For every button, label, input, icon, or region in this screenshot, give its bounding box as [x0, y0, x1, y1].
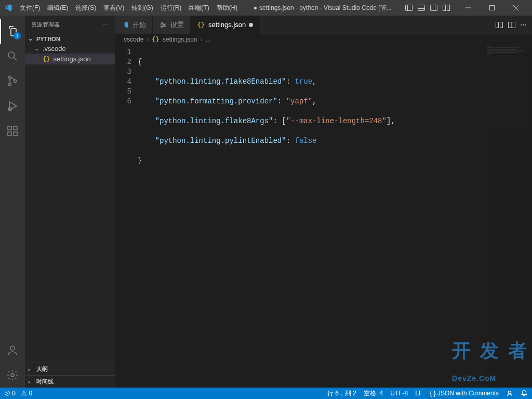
timeline-label: 时间线: [36, 378, 54, 385]
svg-rect-2: [418, 5, 425, 11]
breadcrumb-more[interactable]: ...: [206, 36, 211, 43]
status-indent[interactable]: 空格: 4: [364, 389, 383, 398]
json-file-icon: {}: [197, 21, 205, 29]
svg-rect-21: [14, 126, 17, 130]
menu-select[interactable]: 选择(S): [72, 2, 99, 15]
vscode-icon: [121, 21, 129, 29]
code-editor[interactable]: 1 2 3 4 5 6 { "python.linting.flake8Enab…: [115, 45, 532, 388]
status-problems[interactable]: 0 0: [4, 390, 32, 397]
menu-terminal[interactable]: 终端(T): [185, 2, 212, 15]
sidebar-explorer: 资源管理器 ⋯ ⌄ PYTHON ⌄ .vscode {} settings.j…: [25, 16, 115, 388]
activity-extensions-icon[interactable]: [0, 118, 25, 143]
sidebar-timeline[interactable]: › 时间线: [25, 375, 115, 388]
layout-customize-icon[interactable]: [442, 3, 451, 12]
sidebar-root-folder[interactable]: ⌄ PYTHON: [25, 34, 115, 44]
svg-line-13: [14, 58, 17, 61]
root-folder-label: PYTHON: [36, 36, 60, 42]
svg-rect-19: [8, 132, 11, 136]
tab-label: settings.json: [208, 21, 246, 29]
svg-rect-18: [8, 126, 11, 130]
svg-point-27: [162, 22, 163, 24]
status-feedback-icon[interactable]: [506, 390, 513, 397]
activity-explorer-icon[interactable]: 1: [0, 19, 25, 44]
code-content[interactable]: { "python.linting.flake8Enabled": true, …: [138, 45, 485, 388]
sidebar-outline[interactable]: › 大纲: [25, 363, 115, 375]
menu-help[interactable]: 帮助(H): [214, 2, 241, 15]
menu-bar: 文件(F) 编辑(E) 选择(S) 查看(V) 转到(G) 运行(R) 终端(T…: [17, 2, 241, 15]
file-label: settings.json: [53, 55, 90, 63]
maximize-button[interactable]: [480, 0, 504, 16]
menu-edit[interactable]: 编辑(E): [44, 2, 71, 15]
tab-settings[interactable]: 设置: [153, 16, 191, 34]
breadcrumb-seg[interactable]: settings.json: [163, 36, 197, 43]
status-language[interactable]: { } JSON with Comments: [430, 390, 499, 397]
svg-rect-30: [496, 22, 499, 28]
chevron-right-icon: ›: [147, 36, 149, 43]
explorer-badge: 1: [14, 32, 21, 39]
chevron-right-icon: ›: [28, 379, 34, 385]
tab-settings-json[interactable]: {} settings.json: [191, 16, 260, 34]
svg-point-28: [163, 24, 165, 25]
status-bar: 0 0 行 6，列 2 空格: 4 UTF-8 LF { } JSON with…: [0, 388, 532, 399]
svg-point-15: [9, 84, 11, 86]
breadcrumb-seg[interactable]: .vscode: [122, 36, 143, 43]
more-actions-icon[interactable]: ⋯: [520, 21, 527, 29]
chevron-right-icon: ›: [28, 366, 34, 373]
svg-rect-7: [447, 5, 450, 11]
chevron-down-icon: ⌄: [34, 45, 41, 52]
tab-label: 设置: [170, 20, 184, 30]
outline-label: 大纲: [36, 365, 48, 373]
close-button[interactable]: [504, 0, 528, 16]
svg-rect-9: [490, 6, 495, 10]
tree-folder-vscode[interactable]: ⌄ .vscode: [25, 44, 115, 54]
svg-rect-0: [406, 5, 413, 11]
tab-label: 开始: [132, 20, 146, 30]
window-controls: [456, 0, 528, 16]
activity-bar: 1: [0, 16, 25, 388]
activity-settings-icon[interactable]: [0, 363, 25, 388]
svg-rect-6: [443, 5, 446, 11]
folder-label: .vscode: [43, 45, 66, 52]
status-bell-icon[interactable]: [521, 390, 528, 397]
split-editor-icon[interactable]: [508, 21, 516, 29]
svg-point-14: [9, 76, 11, 79]
svg-rect-4: [431, 5, 437, 11]
tab-actions: ⋯: [490, 16, 532, 34]
json-file-icon: {}: [43, 56, 50, 63]
editor-tabs: 开始 设置 {} settings.json ⋯: [115, 16, 532, 34]
activity-run-debug-icon[interactable]: [0, 94, 25, 118]
svg-point-16: [14, 80, 17, 83]
menu-run[interactable]: 运行(R): [157, 2, 185, 15]
svg-point-12: [8, 52, 15, 58]
json-file-icon: {}: [152, 36, 159, 43]
sidebar-header: 资源管理器 ⋯: [25, 16, 115, 34]
svg-rect-20: [14, 132, 17, 136]
sidebar-title: 资源管理器: [31, 21, 60, 29]
layout-panel-right-icon[interactable]: [429, 3, 438, 12]
svg-rect-31: [500, 22, 503, 28]
line-number-gutter: 1 2 3 4 5 6: [115, 45, 138, 388]
minimap[interactable]: [485, 45, 532, 388]
svg-point-22: [10, 346, 15, 350]
sidebar-more-icon[interactable]: ⋯: [103, 21, 109, 28]
activity-source-control-icon[interactable]: [0, 69, 25, 94]
layout-panel-bottom-icon[interactable]: [417, 3, 426, 12]
layout-panel-left-icon[interactable]: [404, 3, 414, 12]
vscode-logo-icon: [4, 4, 12, 12]
tab-start[interactable]: 开始: [115, 16, 153, 34]
status-encoding[interactable]: UTF-8: [390, 390, 408, 397]
svg-point-38: [508, 391, 511, 394]
activity-search-icon[interactable]: [0, 44, 25, 69]
status-cursor[interactable]: 行 6，列 2: [327, 389, 356, 398]
dirty-dot-icon: [249, 23, 253, 27]
breadcrumb[interactable]: .vscode › {} settings.json › ...: [115, 34, 532, 45]
status-eol[interactable]: LF: [415, 390, 422, 397]
menu-file[interactable]: 文件(F): [17, 2, 43, 15]
tree-file-settings-json[interactable]: {} settings.json: [25, 54, 115, 64]
compare-changes-icon[interactable]: [495, 21, 503, 29]
svg-point-23: [11, 374, 14, 377]
minimize-button[interactable]: [456, 0, 480, 16]
menu-view[interactable]: 查看(V): [100, 2, 127, 15]
menu-goto[interactable]: 转到(G): [128, 2, 156, 15]
activity-account-icon[interactable]: [0, 338, 25, 363]
